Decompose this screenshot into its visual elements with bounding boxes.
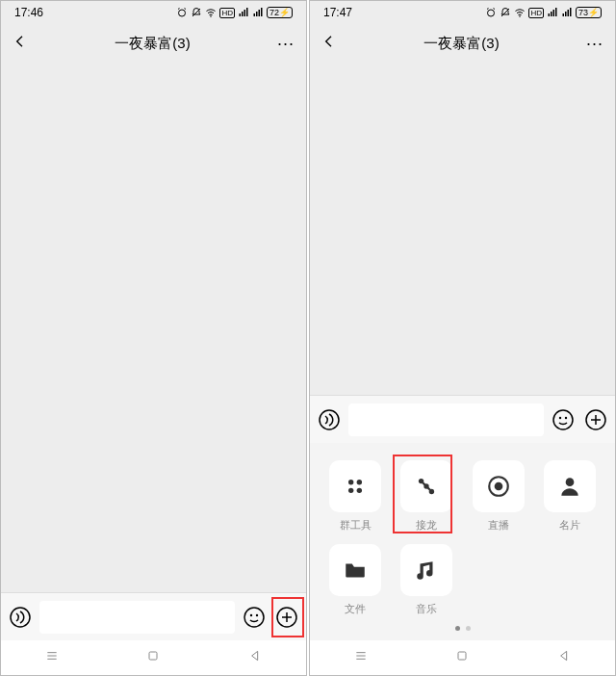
input-bar bbox=[1, 592, 306, 640]
battery-icon: 72⚡ bbox=[267, 7, 293, 18]
attach-label: 接龙 bbox=[416, 518, 437, 533]
attachment-grid: 群工具 接龙 直播 名片 bbox=[323, 460, 602, 616]
svg-point-14 bbox=[256, 613, 258, 615]
music-icon bbox=[400, 544, 452, 596]
svg-point-33 bbox=[348, 480, 353, 484]
nav-recents-button[interactable] bbox=[353, 648, 369, 667]
svg-point-0 bbox=[179, 10, 186, 16]
chat-title: 一夜暴富(3) bbox=[115, 35, 190, 53]
chain-icon bbox=[400, 460, 452, 512]
phone-screen-left: 17:46 HD 72⚡ 一夜暴富(3) ··· bbox=[0, 0, 307, 676]
phone-screen-right: 17:47 HD 73⚡ 一夜暴富(3) ··· bbox=[309, 0, 616, 676]
attach-label: 文件 bbox=[345, 602, 366, 616]
attach-label: 音乐 bbox=[416, 602, 437, 616]
status-bar: 17:46 HD 72⚡ bbox=[1, 1, 306, 24]
svg-point-2 bbox=[211, 15, 213, 17]
svg-rect-23 bbox=[555, 8, 557, 16]
svg-point-19 bbox=[520, 15, 522, 17]
svg-rect-5 bbox=[244, 10, 245, 16]
attach-music[interactable]: 音乐 bbox=[395, 544, 458, 616]
signal2-icon bbox=[252, 7, 264, 18]
signal-icon bbox=[238, 7, 249, 18]
svg-point-36 bbox=[357, 488, 362, 493]
more-button[interactable]: ··· bbox=[277, 34, 295, 54]
attach-group-tools[interactable]: 群工具 bbox=[323, 460, 387, 533]
svg-rect-9 bbox=[258, 10, 260, 16]
status-icons: HD 72⚡ bbox=[176, 7, 293, 18]
emoji-button[interactable] bbox=[241, 604, 268, 631]
folder-icon bbox=[329, 544, 381, 596]
wifi-icon bbox=[205, 7, 217, 18]
svg-point-30 bbox=[559, 416, 561, 418]
svg-point-35 bbox=[348, 488, 353, 493]
android-nav bbox=[1, 640, 306, 675]
person-icon bbox=[544, 460, 596, 512]
more-button[interactable]: ··· bbox=[586, 34, 603, 54]
record-icon bbox=[473, 460, 525, 512]
nav-back-button[interactable] bbox=[556, 648, 572, 667]
svg-rect-8 bbox=[256, 12, 258, 16]
attach-label: 群工具 bbox=[340, 518, 372, 533]
plus-button[interactable] bbox=[273, 604, 300, 631]
status-time: 17:46 bbox=[14, 6, 43, 19]
svg-rect-24 bbox=[562, 13, 564, 16]
plus-button[interactable] bbox=[582, 406, 609, 433]
svg-point-28 bbox=[320, 410, 339, 429]
svg-point-17 bbox=[488, 10, 495, 16]
signal-icon bbox=[547, 7, 558, 18]
message-input[interactable] bbox=[39, 601, 235, 634]
title-bar: 一夜暴富(3) ··· bbox=[1, 24, 306, 63]
svg-point-44 bbox=[566, 478, 575, 486]
hd-icon: HD bbox=[528, 8, 544, 18]
nav-home-button[interactable] bbox=[454, 648, 470, 667]
nav-home-button[interactable] bbox=[145, 648, 161, 667]
voice-button[interactable] bbox=[7, 604, 34, 631]
svg-line-40 bbox=[424, 482, 425, 484]
svg-rect-7 bbox=[253, 13, 255, 16]
page-dot-icon bbox=[466, 626, 471, 631]
svg-point-29 bbox=[553, 410, 573, 429]
input-bar bbox=[310, 395, 615, 443]
svg-rect-22 bbox=[552, 10, 554, 16]
svg-rect-3 bbox=[239, 13, 241, 16]
svg-rect-21 bbox=[551, 12, 552, 16]
nav-back-button[interactable] bbox=[247, 648, 263, 667]
svg-rect-16 bbox=[149, 652, 157, 660]
svg-point-34 bbox=[357, 480, 362, 484]
title-bar: 一夜暴富(3) ··· bbox=[310, 24, 615, 63]
chat-title: 一夜暴富(3) bbox=[424, 35, 499, 53]
attachment-panel: 群工具 接龙 直播 名片 bbox=[310, 443, 615, 640]
wifi-icon bbox=[514, 7, 526, 18]
chat-body[interactable] bbox=[1, 63, 306, 592]
svg-point-12 bbox=[244, 608, 264, 627]
svg-rect-20 bbox=[548, 13, 550, 16]
dnd-icon bbox=[191, 7, 202, 18]
chat-body[interactable] bbox=[310, 63, 615, 395]
hd-icon: HD bbox=[219, 8, 235, 18]
attach-live[interactable]: 直播 bbox=[467, 460, 530, 533]
attach-card[interactable]: 名片 bbox=[538, 460, 602, 533]
android-nav bbox=[310, 640, 615, 675]
voice-button[interactable] bbox=[316, 406, 343, 433]
alarm-icon bbox=[485, 7, 497, 18]
attach-file[interactable]: 文件 bbox=[323, 544, 387, 616]
svg-rect-10 bbox=[261, 8, 263, 16]
attach-label: 名片 bbox=[559, 518, 580, 533]
status-icons: HD 73⚡ bbox=[485, 7, 602, 18]
svg-point-43 bbox=[494, 482, 502, 491]
nav-recents-button[interactable] bbox=[44, 648, 60, 667]
emoji-button[interactable] bbox=[550, 406, 577, 433]
svg-rect-4 bbox=[242, 12, 244, 16]
battery-icon: 73⚡ bbox=[576, 7, 602, 18]
back-button[interactable] bbox=[321, 34, 337, 53]
attach-label: 直播 bbox=[488, 518, 509, 533]
status-bar: 17:47 HD 73⚡ bbox=[310, 1, 615, 24]
page-indicator bbox=[323, 616, 602, 635]
dnd-icon bbox=[500, 7, 511, 18]
message-input[interactable] bbox=[348, 403, 544, 436]
svg-rect-25 bbox=[565, 12, 567, 16]
back-button[interactable] bbox=[13, 34, 28, 53]
signal2-icon bbox=[561, 7, 573, 18]
svg-rect-6 bbox=[246, 8, 248, 16]
attach-chain[interactable]: 接龙 bbox=[395, 460, 458, 533]
